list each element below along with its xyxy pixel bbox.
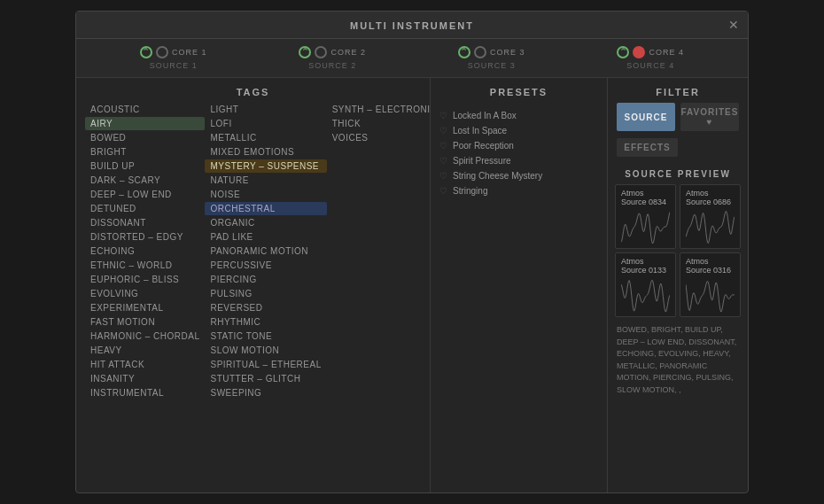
tag-item[interactable]: THICK [327,117,430,130]
core-1-power[interactable] [140,46,152,58]
core-4-controls: CORE 4 [617,46,684,58]
tag-item[interactable]: MIXED EMOTIONS [205,145,326,159]
tag-item[interactable]: HARMONIC – CHORDAL [85,330,205,343]
heart-icon: ♡ [439,111,447,120]
core-3-settings[interactable] [474,46,486,58]
waveform-label: Atmos Source 0834 [621,189,670,206]
core-3-label: CORE 3 [490,48,525,57]
tag-item[interactable]: EXPERIMENTAL [85,301,205,314]
source-filter-button[interactable]: SOURCE [617,103,675,131]
tag-item[interactable]: INSTRUMENTAL [85,386,205,399]
tag-item[interactable]: BRIGHT [85,145,205,159]
tag-item[interactable]: HIT ATTACK [85,358,205,371]
core-1-settings[interactable] [156,46,168,58]
preset-item[interactable]: ♡Lost In Space [434,123,603,138]
preset-item[interactable]: ♡String Cheese Mystery [434,168,603,183]
presets-panel: PRESETS ♡Locked In A Box♡Lost In Space♡P… [431,78,608,492]
preset-name: Lost In Space [453,126,507,136]
tag-item[interactable]: STATIC TONE [205,330,326,343]
tag-item[interactable]: PAD LIKE [205,230,326,244]
tag-item[interactable]: EVOLVING [85,287,205,300]
effects-filter-button[interactable]: EFFECTS [617,138,678,157]
close-button[interactable]: ✕ [728,19,739,31]
preset-item[interactable]: ♡Spirit Pressure [434,153,603,168]
tag-item[interactable]: FAST MOTION [85,315,205,329]
tag-item[interactable]: INSANITY [85,372,205,385]
tag-item[interactable]: PERCUSSIVE [205,259,326,272]
waveform-card[interactable]: Atmos Source 0834 [615,184,676,249]
tag-item[interactable]: LIGHT [205,103,326,116]
tag-item[interactable]: SYNTH – ELECTRONIC [327,103,430,116]
tag-item[interactable]: SWEEPING [205,386,326,399]
favorites-filter-button[interactable]: FAVORITES ♥ [680,103,739,131]
core-1: CORE 1 SOURCE 1 [94,46,253,70]
tag-item[interactable]: ORCHESTRAL [205,202,326,215]
tag-item[interactable]: EUPHORIC – BLISS [85,273,205,286]
filter-header: FILTER [608,78,748,103]
preset-item[interactable]: ♡Locked In A Box [434,108,603,123]
waveform-card[interactable]: Atmos Source 0316 [680,252,741,317]
tag-item[interactable]: ACOUSTIC [85,103,205,116]
tag-item[interactable]: NOISE [205,188,326,201]
core-2: CORE 2 SOURCE 2 [253,46,413,70]
tag-item[interactable]: DARK – SCARY [85,174,205,187]
core-2-label: CORE 2 [330,48,366,57]
presets-header: PRESETS [431,78,607,103]
heart-icon: ♡ [439,156,447,166]
tag-item[interactable]: PANORAMIC MOTION [205,244,326,258]
preset-name: Spirit Pressure [453,156,511,166]
tag-item[interactable]: LOFI [205,117,326,130]
preset-item[interactable]: ♡Poor Reception [434,138,603,153]
tag-item[interactable]: RHYTHMIC [205,315,326,329]
tag-item[interactable]: DISSONANT [85,216,205,229]
core-3-power[interactable] [458,46,470,58]
tag-item[interactable]: ETHNIC – WORLD [85,259,205,272]
tag-item[interactable]: VOICES [327,131,430,144]
tag-item[interactable]: SPIRITUAL – ETHEREAL [205,358,326,371]
tag-item[interactable]: ECHOING [85,244,205,258]
waveform-card[interactable]: Atmos Source 0133 [615,252,676,317]
tag-item[interactable]: DISTORTED – EDGY [85,230,205,244]
tag-item[interactable]: NATURE [205,174,326,187]
tag-item[interactable]: DEEP – LOW END [85,188,205,201]
tag-item[interactable]: REVERSED [205,301,326,314]
tag-item[interactable]: PIERCING [205,273,326,286]
core-2-settings[interactable] [315,46,327,58]
tag-item[interactable]: SLOW MOTION [205,344,326,357]
preset-item[interactable]: ♡Stringing [434,183,603,198]
heart-icon: ♡ [439,126,447,136]
tag-item[interactable]: ORGANIC [205,216,326,229]
waveforms-grid: Atmos Source 0834Atmos Source 0686Atmos … [608,184,748,317]
tags-col-1: ACOUSTICAIRYBOWEDBRIGHTBUILD UPDARK – SC… [85,103,205,484]
core-3-source: SOURCE 3 [468,61,516,70]
waveform-visual [621,277,670,313]
source-preview-header: SOURCE PREVIEW [608,162,748,184]
waveform-label: Atmos Source 0133 [621,257,670,275]
core-1-label: CORE 1 [172,48,207,57]
core-4-source: SOURCE 4 [626,61,674,70]
tag-item[interactable]: METALLIC [205,131,326,144]
core-4-label: CORE 4 [649,48,684,57]
tag-item[interactable]: HEAVY [85,344,205,357]
heart-icon: ♡ [439,186,447,196]
preset-name: Poor Reception [453,141,514,151]
tags-header: TAGS [76,78,430,103]
core-4-settings[interactable] [633,46,645,58]
tag-item[interactable]: MYSTERY – SUSPENSE [205,159,326,173]
core-2-controls: CORE 2 [299,46,366,58]
tags-col-2: LIGHTLOFIMETALLICMIXED EMOTIONSMYSTERY –… [205,103,326,484]
tag-item[interactable]: PULSING [205,287,326,300]
core-4-power[interactable] [617,46,629,58]
tags-grid: ACOUSTICAIRYBOWEDBRIGHTBUILD UPDARK – SC… [76,103,430,492]
tags-col-3: SYNTH – ELECTRONICTHICKVOICES [327,103,430,484]
core-2-power[interactable] [299,46,311,58]
core-4: CORE 4 SOURCE 4 [571,46,731,70]
tag-item[interactable]: AIRY [85,117,205,130]
tag-item[interactable]: BOWED [85,131,205,144]
tag-item[interactable]: STUTTER – GLITCH [205,372,326,385]
heart-icon: ♡ [439,141,447,151]
tag-item[interactable]: DETUNED [85,202,205,215]
waveform-card[interactable]: Atmos Source 0686 [680,184,741,249]
tag-item[interactable]: BUILD UP [85,159,205,173]
title-bar: MULTI INSTRUMENT ✕ [76,12,748,39]
